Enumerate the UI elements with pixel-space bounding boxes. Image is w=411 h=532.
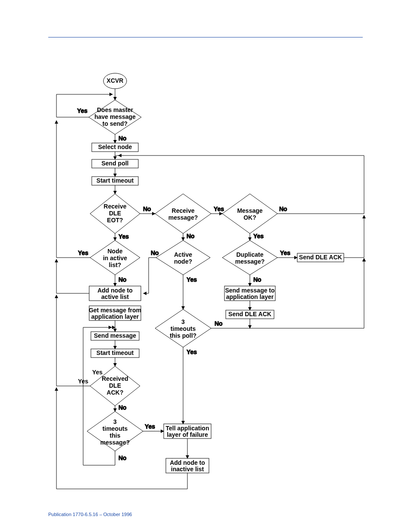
svg-text:No: No (151, 249, 159, 256)
p-start-timeout-2: Start timeout (91, 349, 139, 358)
svg-text:Send message to: Send message to (225, 287, 274, 294)
svg-text:Active: Active (174, 251, 192, 258)
start-xcvr: XCVR (103, 73, 127, 89)
svg-text:message?: message? (100, 439, 130, 446)
svg-text:Receive: Receive (104, 203, 127, 210)
svg-text:Receive: Receive (172, 207, 195, 214)
svg-text:Send DLE ACK: Send DLE ACK (299, 254, 342, 261)
p-send-poll: Send poll (92, 159, 138, 168)
svg-text:Send poll: Send poll (102, 160, 129, 167)
d-active-node: Active node? (156, 240, 210, 275)
svg-text:list?: list? (109, 261, 121, 268)
svg-text:No: No (215, 320, 223, 327)
svg-text:Yes: Yes (92, 369, 103, 376)
svg-text:active list: active list (101, 293, 129, 300)
svg-text:No: No (118, 454, 127, 461)
svg-text:No: No (253, 276, 262, 283)
svg-text:Yes: Yes (253, 233, 264, 240)
svg-text:Received: Received (102, 375, 128, 382)
svg-text:this poll?: this poll? (170, 332, 196, 339)
svg-text:Send DLE ACK: Send DLE ACK (228, 311, 271, 317)
d-msg-to-send: Does master have message to send? (89, 100, 141, 134)
p-start-timeout-1: Start timeout (92, 177, 138, 185)
svg-text:layer of failure: layer of failure (167, 431, 208, 438)
svg-text:Add node to: Add node to (97, 287, 133, 294)
footer-publication: Publication 1770-6.5.16 – October 1996 (48, 512, 132, 517)
svg-text:timeouts: timeouts (171, 325, 196, 332)
svg-text:to send?: to send? (103, 120, 128, 127)
d-dup-msg: Duplicate message? (222, 240, 277, 275)
p-send-dle-ack-top: Send DLE ACK (297, 253, 344, 262)
p-add-node-inactive: Add node to inactive list (166, 458, 209, 473)
svg-text:DLE: DLE (109, 382, 121, 389)
p-tell-fail: Tell application layer of failure (164, 424, 211, 439)
svg-text:in active: in active (103, 255, 127, 261)
svg-text:Yes: Yes (187, 348, 197, 355)
start-label: XCVR (107, 77, 124, 84)
svg-text:No: No (143, 205, 151, 212)
d-3-timeouts-poll: 3 timeouts this poll? (155, 309, 211, 347)
svg-text:Yes: Yes (77, 107, 87, 114)
d-3-timeouts-msg: 3 timeouts this message? (87, 411, 143, 451)
svg-text:Node: Node (108, 248, 123, 255)
d-msg-ok: Message OK? (222, 194, 277, 233)
svg-text:timeouts: timeouts (103, 425, 128, 432)
svg-text:this: this (110, 432, 121, 439)
svg-text:Duplicate: Duplicate (236, 251, 263, 258)
svg-text:Yes: Yes (118, 233, 129, 240)
svg-text:3: 3 (113, 418, 117, 425)
p-add-node-active: Add node to active list (89, 286, 141, 301)
svg-text:ACK?: ACK? (107, 389, 124, 396)
svg-text:No: No (118, 135, 127, 142)
svg-text:inactive list: inactive list (171, 466, 204, 473)
svg-text:message?: message? (235, 258, 265, 265)
svg-text:DLE: DLE (109, 210, 121, 217)
svg-text:No: No (118, 404, 127, 411)
p-select-node: Select node (92, 143, 138, 152)
svg-text:Yes: Yes (145, 423, 155, 430)
svg-text:message?: message? (168, 214, 198, 221)
svg-text:No: No (118, 276, 127, 283)
svg-text:Send message: Send message (94, 332, 136, 339)
svg-text:Yes: Yes (78, 249, 88, 256)
svg-text:Get message from: Get message from (89, 307, 141, 314)
svg-text:No: No (187, 233, 195, 240)
p-send-message: Send message (91, 332, 139, 340)
p-send-dle-ack-bottom: Send DLE ACK (226, 310, 274, 319)
d-node-in-active: Node in active list? (90, 240, 140, 275)
svg-text:OK?: OK? (243, 214, 256, 221)
p-send-msg-app: Send message to application layer (224, 286, 275, 301)
svg-text:EOT?: EOT? (107, 217, 123, 224)
svg-text:application layer: application layer (226, 293, 274, 300)
svg-text:Message: Message (237, 207, 262, 214)
svg-text:have message: have message (94, 113, 136, 120)
svg-text:application layer: application layer (91, 313, 139, 320)
flowchart: XCVR Does master have message to send? S… (0, 0, 411, 532)
svg-text:Start timeout: Start timeout (97, 349, 134, 356)
p-get-msg-app: Get message from application layer (89, 306, 141, 320)
svg-text:Start timeout: Start timeout (97, 177, 134, 184)
svg-text:No: No (279, 205, 287, 212)
svg-text:Does master: Does master (97, 106, 134, 113)
svg-text:node?: node? (174, 258, 192, 265)
svg-text:Add node to: Add node to (170, 459, 205, 466)
svg-text:Select node: Select node (98, 143, 132, 150)
svg-text:Yes: Yes (214, 205, 224, 212)
d-recv-dle-eot: Receive DLE EOT? (90, 194, 140, 233)
svg-text:Tell application: Tell application (166, 425, 209, 432)
svg-text:3: 3 (181, 318, 185, 325)
d-recv-msg: Receive message? (155, 194, 211, 233)
svg-text:Yes: Yes (187, 276, 197, 283)
svg-text:Yes: Yes (280, 249, 290, 256)
